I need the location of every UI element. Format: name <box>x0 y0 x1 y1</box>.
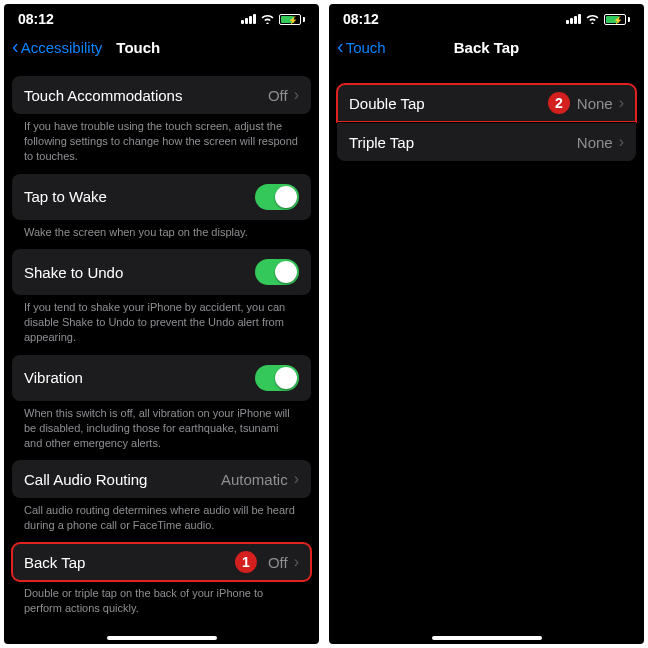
back-label: Touch <box>346 39 386 56</box>
clock: 08:12 <box>18 11 54 27</box>
chevron-right-icon: › <box>294 470 299 488</box>
row-footer: When this switch is off, all vibration o… <box>12 401 311 451</box>
row-label: Tap to Wake <box>24 188 107 205</box>
row-value: Off <box>268 87 288 104</box>
row-value: Off <box>268 554 288 571</box>
wifi-icon <box>585 12 600 27</box>
clock: 08:12 <box>343 11 379 27</box>
row-vibration[interactable]: Vibration <box>12 355 311 401</box>
toggle-shake-to-undo[interactable] <box>255 259 299 285</box>
status-bar: 08:12 ⚡ <box>329 4 644 30</box>
row-call-audio-routing[interactable]: Call Audio Routing Automatic› <box>12 460 311 498</box>
chevron-left-icon: ‹ <box>12 36 19 56</box>
back-button[interactable]: ‹ Touch <box>337 38 386 56</box>
row-value: None <box>577 134 613 151</box>
row-label: Double Tap <box>349 95 425 112</box>
toggle-vibration[interactable] <box>255 365 299 391</box>
row-label: Triple Tap <box>349 134 414 151</box>
back-label: Accessibility <box>21 39 103 56</box>
wifi-icon <box>260 12 275 27</box>
chevron-right-icon: › <box>294 86 299 104</box>
home-indicator[interactable] <box>107 636 217 640</box>
annotation-badge-2: 2 <box>548 92 570 114</box>
row-footer: Double or triple tap on the back of your… <box>12 581 311 616</box>
battery-icon: ⚡ <box>604 14 630 25</box>
row-footer: If you tend to shake your iPhone by acci… <box>12 295 311 345</box>
phone-right: 08:12 ⚡ ‹ Touch Back Tap Double Tap 2 No… <box>329 4 644 644</box>
page-title: Touch <box>116 39 160 56</box>
chevron-right-icon: › <box>619 133 624 151</box>
phone-left: 08:12 ⚡ ‹ Accessibility Touch Touch Acco… <box>4 4 319 644</box>
row-shake-to-undo[interactable]: Shake to Undo <box>12 249 311 295</box>
row-label: Call Audio Routing <box>24 471 147 488</box>
signal-icon <box>241 14 256 24</box>
row-label: Shake to Undo <box>24 264 123 281</box>
page-title: Back Tap <box>454 39 520 56</box>
battery-icon: ⚡ <box>279 14 305 25</box>
signal-icon <box>566 14 581 24</box>
annotation-badge-1: 1 <box>235 551 257 573</box>
toggle-tap-to-wake[interactable] <box>255 184 299 210</box>
nav-bar: ‹ Accessibility Touch <box>4 30 319 66</box>
row-footer: Call audio routing determines where audi… <box>12 498 311 533</box>
chevron-left-icon: ‹ <box>337 36 344 56</box>
back-button[interactable]: ‹ Accessibility <box>12 38 102 56</box>
row-footer: Wake the screen when you tap on the disp… <box>12 220 311 240</box>
row-tap-to-wake[interactable]: Tap to Wake <box>12 174 311 220</box>
row-label: Touch Accommodations <box>24 87 182 104</box>
row-label: Vibration <box>24 369 83 386</box>
content: Double Tap 2 None› Triple Tap None› <box>329 66 644 644</box>
chevron-right-icon: › <box>619 94 624 112</box>
row-value: None <box>577 95 613 112</box>
content: Touch Accommodations Off› If you have tr… <box>4 66 319 644</box>
row-double-tap[interactable]: Double Tap 2 None› <box>337 84 636 122</box>
status-icons: ⚡ <box>241 12 305 27</box>
row-triple-tap[interactable]: Triple Tap None› <box>337 122 636 161</box>
nav-bar: ‹ Touch Back Tap <box>329 30 644 66</box>
row-label: Back Tap <box>24 554 85 571</box>
row-touch-accommodations[interactable]: Touch Accommodations Off› <box>12 76 311 114</box>
chevron-right-icon: › <box>294 553 299 571</box>
status-bar: 08:12 ⚡ <box>4 4 319 30</box>
row-value: Automatic <box>221 471 288 488</box>
row-back-tap[interactable]: Back Tap 1 Off› <box>12 543 311 581</box>
home-indicator[interactable] <box>432 636 542 640</box>
status-icons: ⚡ <box>566 12 630 27</box>
row-footer: If you have trouble using the touch scre… <box>12 114 311 164</box>
